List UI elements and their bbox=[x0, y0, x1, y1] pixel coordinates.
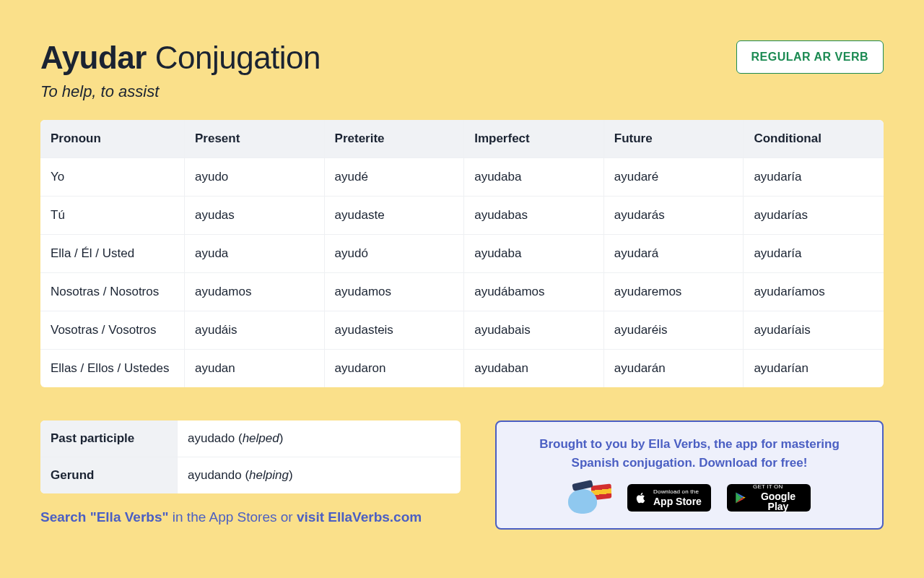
verb-translation: To help, to assist bbox=[40, 82, 321, 101]
mascot-icon bbox=[568, 482, 611, 514]
table-cell: ayudasteis bbox=[325, 311, 465, 350]
table-cell: ayudaríais bbox=[744, 311, 884, 350]
footer-mid: in the App Stores or bbox=[169, 509, 297, 525]
table-cell: Yo bbox=[40, 158, 185, 197]
title-rest: Conjugation bbox=[155, 40, 321, 75]
table-cell: ayudan bbox=[185, 350, 325, 387]
col-header: Pronoun bbox=[40, 120, 185, 158]
table-cell: ayudarán bbox=[604, 350, 744, 387]
table-cell: ayudaríamos bbox=[744, 273, 884, 311]
table-cell: ayudaría bbox=[744, 158, 884, 197]
mini-label: Past participle bbox=[40, 420, 178, 457]
table-cell: ayudaban bbox=[464, 350, 604, 387]
table-cell: ayudábamos bbox=[464, 273, 604, 311]
table-cell: ayudabas bbox=[464, 197, 604, 235]
mini-value: ayudado (helped) bbox=[178, 420, 461, 457]
table-cell: ayudaré bbox=[604, 158, 744, 197]
table-cell: ayudabais bbox=[464, 311, 604, 350]
verb-name: Ayudar bbox=[40, 40, 147, 75]
apple-small: Download on the bbox=[653, 489, 699, 495]
table-cell: ayudáis bbox=[185, 311, 325, 350]
col-header: Preterite bbox=[325, 120, 465, 158]
participle-table: Past participleayudado (helped)Gerundayu… bbox=[40, 420, 461, 493]
footer-line: Search "Ella Verbs" in the App Stores or… bbox=[40, 509, 461, 525]
footer-bold-1: Search "Ella Verbs" bbox=[40, 509, 169, 525]
verb-type-badge: REGULAR AR VERB bbox=[736, 40, 884, 74]
table-cell: Vosotras / Vosotros bbox=[40, 311, 185, 350]
table-cell: ayudamos bbox=[185, 273, 325, 311]
google-big: Google Play bbox=[753, 491, 803, 512]
table-cell: ayudamos bbox=[325, 273, 465, 311]
apple-icon bbox=[635, 491, 648, 504]
google-play-icon bbox=[734, 491, 747, 504]
col-header: Present bbox=[185, 120, 325, 158]
promo-line-1: Brought to you by Ella Verbs, the app fo… bbox=[539, 437, 840, 451]
table-cell: ayudaremos bbox=[604, 273, 744, 311]
google-small: GET IT ON bbox=[753, 484, 783, 490]
promo-box: Brought to you by Ella Verbs, the app fo… bbox=[495, 420, 884, 530]
promo-text: Brought to you by Ella Verbs, the app fo… bbox=[515, 435, 863, 472]
table-cell: ayudarías bbox=[744, 197, 884, 235]
table-cell: ayudaréis bbox=[604, 311, 744, 350]
table-cell: ayudarían bbox=[744, 350, 884, 387]
mini-label: Gerund bbox=[40, 457, 178, 493]
table-cell: ayudé bbox=[325, 158, 465, 197]
table-cell: Tú bbox=[40, 197, 185, 235]
table-cell: ayudas bbox=[185, 197, 325, 235]
table-cell: ayudaba bbox=[464, 158, 604, 197]
table-cell: Ella / Él / Usted bbox=[40, 235, 185, 273]
table-cell: Ellas / Ellos / Ustedes bbox=[40, 350, 185, 387]
col-header: Imperfect bbox=[464, 120, 604, 158]
promo-line-2: Spanish conjugation. Download for free! bbox=[572, 456, 808, 470]
table-cell: ayudó bbox=[325, 235, 465, 273]
table-cell: Nosotras / Nosotros bbox=[40, 273, 185, 311]
conjugation-table: PronounPresentPreteriteImperfectFutureCo… bbox=[40, 120, 884, 387]
apple-big: App Store bbox=[653, 496, 702, 506]
app-store-button[interactable]: Download on the App Store bbox=[627, 484, 711, 512]
table-cell: ayudaste bbox=[325, 197, 465, 235]
footer-bold-2: visit EllaVerbs.com bbox=[297, 509, 422, 525]
google-play-button[interactable]: GET IT ON Google Play bbox=[727, 484, 811, 512]
table-cell: ayudaron bbox=[325, 350, 465, 387]
page-title: Ayudar Conjugation bbox=[40, 40, 321, 75]
col-header: Future bbox=[604, 120, 744, 158]
table-cell: ayuda bbox=[185, 235, 325, 273]
table-cell: ayudo bbox=[185, 158, 325, 197]
table-cell: ayudaría bbox=[744, 235, 884, 273]
table-cell: ayudaba bbox=[464, 235, 604, 273]
mini-value: ayudando (helping) bbox=[178, 457, 461, 493]
table-cell: ayudarás bbox=[604, 197, 744, 235]
col-header: Conditional bbox=[744, 120, 884, 158]
table-cell: ayudará bbox=[604, 235, 744, 273]
